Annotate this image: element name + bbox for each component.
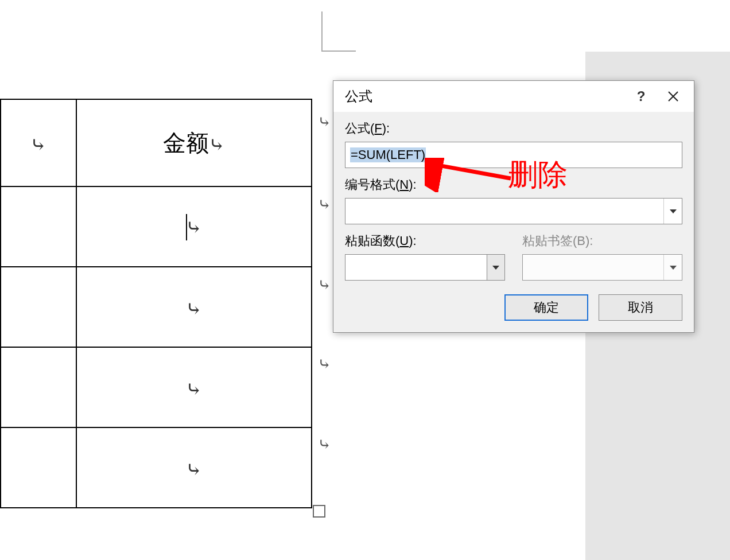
paste-function-dropdown-button[interactable]	[487, 254, 505, 281]
table-cell[interactable]: ⤶	[76, 427, 312, 508]
table-cell-active[interactable]: ⤶	[76, 186, 312, 267]
cancel-button[interactable]: 取消	[599, 294, 682, 321]
table-cell[interactable]: ⤶	[76, 347, 312, 427]
chevron-down-icon	[670, 266, 677, 270]
row-end-mark-icon: ⤶	[318, 435, 331, 454]
cancel-button-label: 取消	[628, 299, 653, 316]
chevron-down-icon	[492, 266, 499, 270]
paste-bookmark-label: 粘贴书签(B):	[522, 232, 682, 250]
paste-function-value	[345, 254, 487, 281]
paste-bookmark-value	[523, 255, 663, 280]
table-cell[interactable]: ⤶	[76, 267, 312, 347]
table-header-label: 金额	[163, 130, 209, 155]
close-icon	[667, 91, 679, 102]
help-icon: ?	[637, 88, 646, 104]
table-cell[interactable]	[1, 186, 76, 267]
paragraph-mark-icon: ⤶	[186, 297, 202, 320]
row-end-mark-icon: ⤶	[318, 355, 331, 374]
close-button[interactable]	[657, 85, 689, 108]
help-button[interactable]: ?	[625, 85, 657, 108]
table-cell[interactable]	[1, 267, 76, 347]
paste-function-combo[interactable]	[345, 254, 505, 281]
paragraph-mark-icon: ⤶	[186, 216, 202, 239]
paragraph-mark-icon: ⤶	[186, 458, 202, 481]
number-format-dropdown-button[interactable]	[663, 199, 682, 224]
paragraph-mark-icon: ⤶	[30, 133, 46, 156]
ok-button-label: 确定	[534, 299, 559, 316]
paragraph-mark-icon: ⤶	[186, 378, 202, 400]
table-cell[interactable]: ⤶	[1, 99, 76, 186]
formula-dialog: 公式 ? 公式(F): =SUM(LEFT) 编号格式(N):	[333, 80, 694, 333]
row-end-mark-icon: ⤶	[318, 195, 331, 214]
table-cell[interactable]	[1, 427, 76, 508]
document-table: ⤶ 金额⤶ ⤶ ⤶ ⤶ ⤶	[0, 99, 312, 508]
page-corner-mark	[321, 11, 356, 52]
formula-label: 公式(F):	[345, 120, 682, 137]
table-resize-handle[interactable]	[313, 505, 325, 518]
table-cell[interactable]	[1, 347, 76, 427]
row-end-mark-icon: ⤶	[318, 112, 331, 131]
ok-button[interactable]: 确定	[504, 294, 588, 321]
number-format-combo[interactable]	[345, 198, 682, 224]
formula-input-value: =SUM(LEFT)	[350, 147, 426, 162]
chevron-down-icon	[670, 209, 677, 213]
paragraph-mark-icon: ⤶	[209, 133, 225, 156]
annotation-delete-label: 删除	[508, 155, 568, 195]
number-format-value	[345, 199, 663, 224]
dialog-titlebar[interactable]: 公式 ?	[333, 81, 694, 112]
table-header-amount[interactable]: 金额⤶	[76, 99, 312, 186]
row-end-mark-icon: ⤶	[318, 275, 331, 294]
dialog-title: 公式	[345, 87, 625, 106]
paste-bookmark-combo[interactable]	[522, 254, 682, 281]
paste-function-label: 粘贴函数(U):	[345, 232, 505, 250]
paste-bookmark-dropdown-button[interactable]	[663, 255, 682, 280]
